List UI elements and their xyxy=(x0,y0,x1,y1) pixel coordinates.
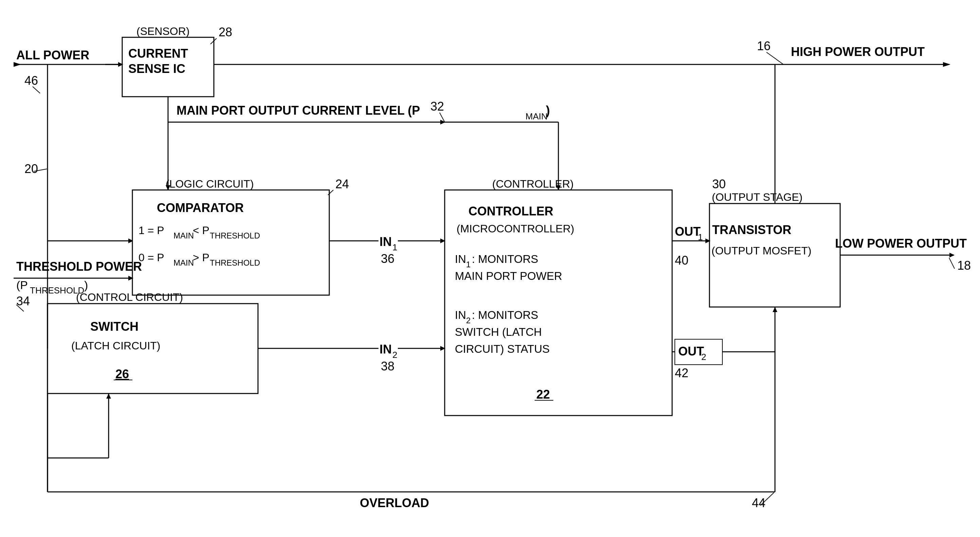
low-power-output-text: LOW POWER OUTPUT xyxy=(835,237,967,250)
ref28-text: 28 xyxy=(219,25,232,39)
ref18-text: 18 xyxy=(957,259,971,272)
in1-junction-sub: 1 xyxy=(392,242,397,253)
ref38-text: 38 xyxy=(381,359,395,373)
sensor-text2: SENSE IC xyxy=(128,62,185,76)
ref46-text: 46 xyxy=(24,74,38,87)
in2-text: IN xyxy=(455,309,466,321)
in2-junction-sub: 2 xyxy=(392,350,397,360)
high-power-output-text: HIGH POWER OUTPUT xyxy=(791,45,925,59)
ref42-text: 42 xyxy=(675,366,689,380)
sensor-sub-text: (SENSOR) xyxy=(137,25,189,37)
cond1-sub1: MAIN xyxy=(173,231,194,240)
ref30-text: 30 xyxy=(712,177,726,191)
ref34-text: 34 xyxy=(16,294,30,308)
main-port-sub-text: MAIN xyxy=(525,111,547,121)
controller-text: CONTROLLER xyxy=(468,204,553,218)
ref26-text: 26 xyxy=(115,367,129,381)
cond2-sub2: THRESHOLD xyxy=(210,258,260,267)
cond1-lt: < P xyxy=(193,224,210,237)
latch-circuit-text: (LATCH CIRCUIT) xyxy=(71,340,161,352)
cond2-text: 0 = P xyxy=(138,251,164,264)
out1-junction-sub: 1 xyxy=(698,232,703,242)
main-port-paren: ) xyxy=(546,103,550,118)
comparator-text: COMPARATOR xyxy=(157,201,244,215)
sensor-text1: CURRENT xyxy=(128,46,188,60)
ref32-text: 32 xyxy=(430,99,444,113)
control-circuit-text: (CONTROL CIRCUIT) xyxy=(76,291,183,303)
logic-circuit-text: (LOGIC CIRCUIT) xyxy=(165,178,254,190)
ref40-text: 40 xyxy=(675,253,689,267)
in1-monitors-text: : MONITORS xyxy=(472,253,538,265)
out1-junction-text: OUT xyxy=(675,224,701,238)
out2-box-sub: 2 xyxy=(701,352,706,362)
ref24-text: 24 xyxy=(336,177,349,191)
circuit-status-text: CIRCUIT) STATUS xyxy=(455,343,550,355)
cond2-gt: > P xyxy=(193,251,210,264)
cond1-text: 1 = P xyxy=(138,224,164,237)
main-port-text: MAIN PORT OUTPUT CURRENT LEVEL (P xyxy=(177,103,420,118)
main-port-power-text: MAIN PORT POWER xyxy=(455,270,562,282)
transistor-text: TRANSISTOR xyxy=(712,223,791,237)
in2-junction-text: IN xyxy=(380,342,392,356)
threshold-paren-close: ) xyxy=(84,278,88,291)
out2-box-text: OUT xyxy=(678,344,704,358)
in2-sub-text: 2 xyxy=(466,316,471,325)
threshold-power-text: THRESHOLD POWER xyxy=(16,259,142,273)
in2-monitors-text: : MONITORS xyxy=(472,309,538,321)
threshold-sub-label: THRESHOLD xyxy=(30,285,84,296)
in1-text: IN xyxy=(455,253,466,265)
ref22-text: 22 xyxy=(536,388,550,401)
ref20-text: 20 xyxy=(24,162,38,176)
in1-sub-text: 1 xyxy=(466,260,471,269)
ref36-text: 36 xyxy=(381,252,395,265)
in1-junction-text: IN xyxy=(380,235,392,249)
switch-latch-text: SWITCH (LATCH xyxy=(455,326,542,338)
overload-text: OVERLOAD xyxy=(360,496,429,510)
microcontroller-text: (MICROCONTROLLER) xyxy=(457,222,574,235)
controller-sub-text: (CONTROLLER) xyxy=(492,178,574,190)
output-mosfet-text: (OUTPUT MOSFET) xyxy=(711,245,811,257)
threshold-paren-open: (P xyxy=(16,278,28,291)
output-stage-text: (OUTPUT STAGE) xyxy=(712,191,802,203)
cond1-sub2: THRESHOLD xyxy=(210,231,260,240)
cond2-sub1: MAIN xyxy=(173,258,194,267)
switch-text: SWITCH xyxy=(90,319,138,334)
main-circuit-diagram: ALL POWER HIGH POWER OUTPUT 16 (SENSOR) … xyxy=(0,0,980,537)
ref16-text: 16 xyxy=(757,39,770,53)
all-power-text: ALL POWER xyxy=(16,48,89,62)
